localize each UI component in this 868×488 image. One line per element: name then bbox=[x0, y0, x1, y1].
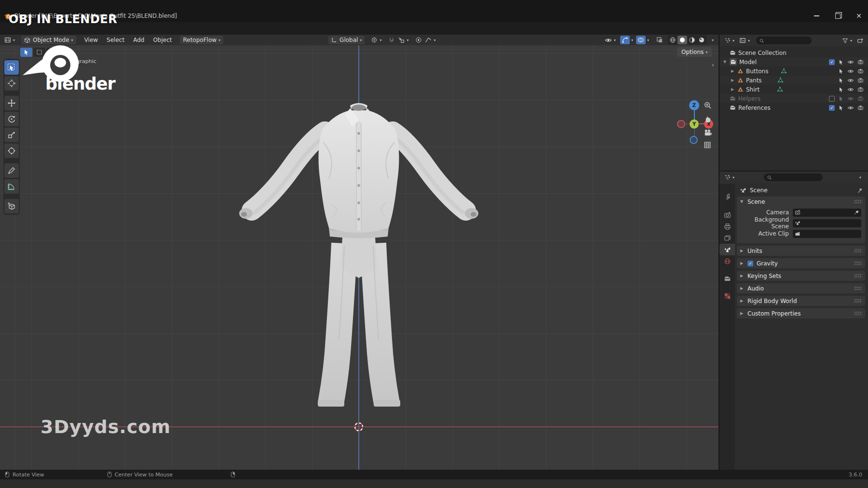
viewport-3d[interactable]: Front Orthographic (1) Model 10 Meters O… bbox=[0, 45, 719, 470]
outliner-row-model[interactable]: ▼ Model ✓ bbox=[719, 57, 868, 66]
outliner-filter-id-dropdown[interactable]: ▾ bbox=[738, 36, 751, 45]
disable-render-icon[interactable] bbox=[857, 77, 864, 83]
collection-checkbox[interactable]: ✓ bbox=[829, 105, 835, 111]
tab-render-properties[interactable] bbox=[719, 209, 735, 221]
tool-rotate[interactable] bbox=[4, 112, 19, 126]
restore-button[interactable] bbox=[830, 12, 845, 20]
gizmo-neg-x-axis[interactable] bbox=[677, 120, 685, 128]
shading-solid-button[interactable] bbox=[678, 36, 687, 44]
menu-view[interactable]: View bbox=[80, 35, 102, 45]
shading-options-caret[interactable]: ▾ bbox=[712, 38, 714, 42]
outliner-row-pants[interactable]: ▶ Pants bbox=[719, 76, 868, 85]
disclosure-icon[interactable]: ▶ bbox=[731, 78, 737, 82]
clothing-model[interactable] bbox=[207, 84, 516, 422]
menu-add[interactable]: Add bbox=[129, 35, 149, 45]
panel-drag-handle[interactable] bbox=[854, 199, 862, 204]
panel-drag-handle[interactable] bbox=[854, 249, 862, 253]
selectable-icon[interactable] bbox=[838, 59, 844, 65]
tab-tool-properties[interactable] bbox=[719, 191, 735, 202]
tab-sc properties scene[interactable] bbox=[719, 244, 735, 255]
tab-output-properties[interactable] bbox=[719, 221, 735, 232]
hide-viewport-icon[interactable] bbox=[847, 59, 854, 66]
minimize-button[interactable] bbox=[809, 12, 824, 20]
gizmo-neg-z-axis[interactable] bbox=[690, 136, 698, 144]
properties-search-field[interactable] bbox=[764, 173, 823, 181]
shading-material-button[interactable] bbox=[687, 36, 697, 44]
disclosure-icon[interactable]: ▶ bbox=[731, 69, 737, 73]
tab-texture-properties[interactable] bbox=[719, 290, 735, 302]
outliner-row-buttons[interactable]: ▶ Buttons bbox=[719, 66, 868, 76]
proportional-falloff-dropdown[interactable]: ▾ bbox=[423, 36, 437, 44]
outliner-row-helpers[interactable]: Helpers bbox=[719, 94, 868, 103]
perspective-toggle-control[interactable] bbox=[702, 140, 713, 150]
panel-gravity[interactable]: ▶ ✓ Gravity bbox=[737, 258, 865, 268]
outliner-row-scene-collection[interactable]: Scene Collection bbox=[719, 48, 868, 57]
close-button[interactable]: ✕ bbox=[852, 12, 866, 20]
panel-rigid-body-world[interactable]: ▶Rigid Body World bbox=[737, 296, 865, 306]
properties-search-input[interactable] bbox=[774, 174, 816, 181]
menu-object[interactable]: Object bbox=[149, 35, 176, 45]
hide-viewport-icon[interactable] bbox=[847, 68, 854, 75]
retopoflow-menu[interactable]: RetopoFlow▾ bbox=[180, 36, 223, 44]
shading-rendered-button[interactable] bbox=[697, 36, 706, 44]
collection-checkbox[interactable]: ✓ bbox=[829, 59, 835, 65]
outliner-display-mode-dropdown[interactable]: ▾ bbox=[722, 36, 736, 45]
hide-viewport-icon[interactable] bbox=[847, 95, 854, 102]
menu-select[interactable]: Select bbox=[102, 35, 129, 45]
camera-field[interactable] bbox=[793, 209, 861, 217]
panel-drag-handle[interactable] bbox=[854, 274, 862, 278]
collection-checkbox[interactable] bbox=[829, 96, 835, 102]
shading-wireframe-button[interactable] bbox=[668, 36, 678, 44]
tool-transform[interactable] bbox=[4, 144, 19, 158]
visibility-dropdown[interactable]: ▾ bbox=[603, 36, 617, 45]
properties-editor-type-button[interactable]: ▾ bbox=[722, 173, 736, 182]
mode-dropdown[interactable]: Object Mode▾ bbox=[21, 36, 76, 44]
panel-units[interactable]: ▶Units bbox=[737, 246, 865, 256]
tool-measure[interactable] bbox=[4, 179, 19, 194]
disable-render-icon[interactable] bbox=[857, 68, 864, 74]
outliner-row-references[interactable]: References ✓ bbox=[719, 103, 868, 112]
hide-viewport-icon[interactable] bbox=[847, 77, 854, 84]
pin-icon[interactable] bbox=[857, 187, 863, 194]
pivot-point-dropdown[interactable]: ▾ bbox=[369, 36, 383, 44]
breadcrumb-scene[interactable]: Scene bbox=[750, 187, 768, 194]
disable-render-icon[interactable] bbox=[857, 59, 864, 65]
panel-drag-handle[interactable] bbox=[854, 311, 862, 316]
properties-options-caret[interactable]: ▾ bbox=[859, 175, 861, 180]
tool-move[interactable] bbox=[4, 96, 19, 110]
panel-drag-handle[interactable] bbox=[854, 299, 862, 303]
selectable-icon[interactable] bbox=[838, 96, 844, 102]
panel-keying-sets[interactable]: ▶Keying Sets bbox=[737, 271, 865, 281]
tab-collection-properties[interactable] bbox=[719, 273, 735, 284]
disclosure-icon[interactable]: ▼ bbox=[723, 60, 730, 64]
outliner-row-shirt[interactable]: ▶ Shirt bbox=[719, 85, 868, 94]
hide-viewport-icon[interactable] bbox=[847, 86, 854, 93]
outliner-filter-dropdown[interactable]: ▾ bbox=[841, 37, 854, 45]
tool-add-cube[interactable] bbox=[4, 199, 19, 213]
outliner-search-input[interactable] bbox=[766, 37, 809, 44]
gizmos-toggle[interactable] bbox=[620, 36, 630, 44]
sidebar-collapse-arrow[interactable]: ‹ bbox=[712, 62, 714, 68]
tool-cursor[interactable] bbox=[4, 76, 19, 91]
pan-control[interactable] bbox=[702, 114, 713, 124]
active-clip-field[interactable] bbox=[793, 230, 861, 238]
snap-target-dropdown[interactable]: ▾ bbox=[396, 36, 410, 44]
panel-audio[interactable]: ▶Audio bbox=[737, 283, 865, 293]
gizmo-y-axis[interactable]: Y bbox=[690, 119, 699, 129]
xray-toggle[interactable] bbox=[655, 36, 665, 44]
editor-type-button[interactable]: ▾ bbox=[3, 36, 16, 44]
tab-view-layer-properties[interactable] bbox=[719, 232, 735, 244]
selectable-icon[interactable] bbox=[838, 68, 844, 74]
camera-view-control[interactable] bbox=[702, 127, 713, 138]
panel-custom-properties[interactable]: ▶Custom Properties bbox=[737, 308, 865, 318]
overlays-toggle[interactable] bbox=[636, 36, 646, 44]
tab-world-properties[interactable] bbox=[719, 255, 735, 267]
disclosure-icon[interactable]: ▶ bbox=[731, 87, 737, 92]
background-scene-field[interactable] bbox=[793, 219, 861, 227]
selectable-icon[interactable] bbox=[838, 105, 844, 111]
disable-render-icon[interactable] bbox=[857, 95, 864, 102]
zoom-control[interactable] bbox=[702, 100, 713, 110]
selectable-icon[interactable] bbox=[838, 78, 844, 83]
tool-select-box[interactable] bbox=[4, 60, 19, 75]
panel-drag-handle[interactable] bbox=[854, 261, 862, 265]
